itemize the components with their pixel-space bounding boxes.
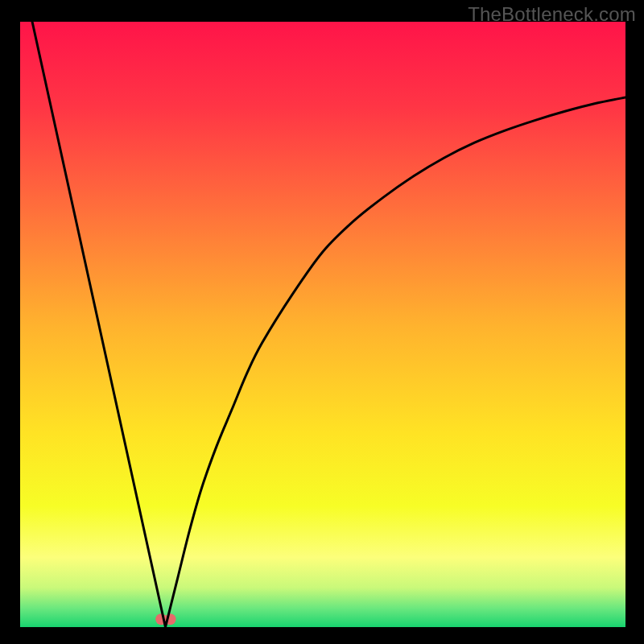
- plot-frame: [20, 22, 625, 627]
- gradient-background: [20, 22, 625, 627]
- bottleneck-chart: [20, 22, 625, 627]
